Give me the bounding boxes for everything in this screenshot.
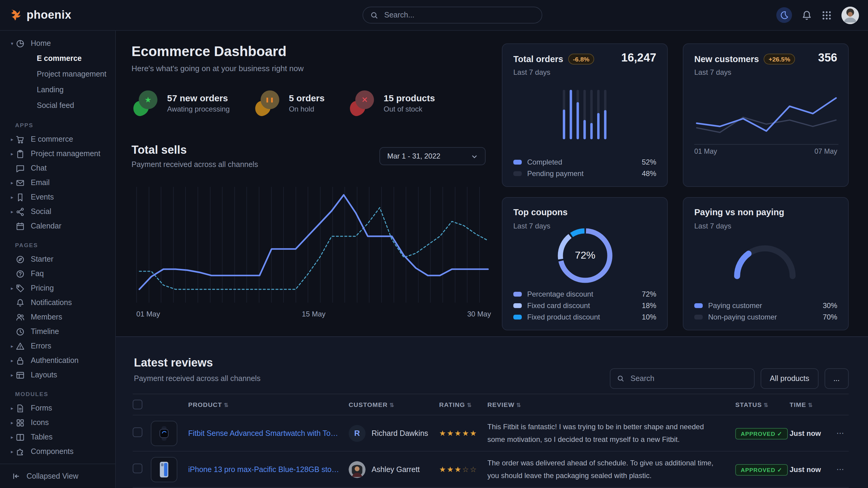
- status-badge: APPROVED ✓: [735, 428, 788, 439]
- caret-icon: ▸: [8, 286, 16, 291]
- reviews-search-input[interactable]: [629, 374, 748, 383]
- sidebar: ▾HomeE commerceProject managementLanding…: [0, 30, 116, 488]
- legend-label: Fixed product discount: [527, 313, 600, 321]
- sidebar-item-layouts[interactable]: ▸Layouts: [0, 368, 115, 382]
- customers-line-chart: [694, 89, 838, 145]
- sidebar-subitem-project-management[interactable]: Project management: [0, 66, 115, 82]
- sidebar-item-label: Faq: [31, 269, 44, 278]
- sidebar-item-home[interactable]: ▾Home: [0, 36, 115, 51]
- x-tick: 30 May: [467, 310, 491, 318]
- sidebar-item-label: Chat: [31, 164, 47, 172]
- trend-badge: +26.5%: [764, 54, 795, 65]
- column-header-review[interactable]: REVIEW⇅: [487, 401, 735, 408]
- brand[interactable]: phoenix: [0, 8, 71, 22]
- column-header-time[interactable]: TIME⇅: [789, 401, 832, 408]
- phoenix-logo-icon: [9, 8, 22, 22]
- sidebar-item-label: Layouts: [31, 371, 57, 379]
- reviews-search[interactable]: [610, 368, 755, 389]
- caret-icon: ▸: [8, 151, 16, 157]
- mail-icon: [16, 178, 25, 188]
- apps-menu-button[interactable]: [822, 10, 832, 20]
- chevron-down-icon: [471, 153, 478, 159]
- legend-value: 18%: [642, 301, 656, 310]
- cross-badge-icon: ✕: [350, 90, 374, 116]
- sidebar-item-tables[interactable]: ▸Tables: [0, 430, 115, 444]
- reviews-more-button[interactable]: ...: [824, 368, 849, 389]
- all-products-button[interactable]: All products: [761, 368, 818, 389]
- sidebar-item-e-commerce[interactable]: ▸E commerce: [0, 132, 115, 147]
- user-avatar[interactable]: [841, 6, 859, 24]
- theme-toggle-button[interactable]: [776, 7, 792, 23]
- sidebar-item-label: Tables: [31, 433, 53, 441]
- sidebar-item-timeline[interactable]: Timeline: [0, 324, 115, 339]
- sidebar-item-authentication[interactable]: ▸Authentication: [0, 353, 115, 368]
- column-header-product[interactable]: PRODUCT⇅: [188, 401, 349, 408]
- sidebar-item-calendar[interactable]: Calendar: [0, 219, 115, 233]
- row-menu-button[interactable]: ⋯: [832, 465, 849, 474]
- sidebar-item-pricing[interactable]: ▸Pricing: [0, 281, 115, 295]
- chat-icon: [16, 163, 25, 173]
- notifications-button[interactable]: [802, 10, 812, 20]
- sidebar-item-members[interactable]: Members: [0, 310, 115, 324]
- top-coupons-card: Top coupons Last 7 days 72% Percentage d…: [502, 197, 668, 330]
- product-link[interactable]: Fitbit Sense Advanced Smartwatch with To…: [188, 429, 349, 437]
- product-thumbnail[interactable]: [151, 421, 177, 446]
- legend-swatch: [513, 171, 522, 176]
- sidebar-item-icons[interactable]: ▸Icons: [0, 415, 115, 430]
- column-header-status[interactable]: STATUS⇅: [735, 401, 789, 408]
- search-icon: [370, 11, 378, 19]
- sidebar-item-chat[interactable]: Chat: [0, 161, 115, 175]
- reviews-table: PRODUCT⇅CUSTOMER⇅RATING⇅REVIEW⇅STATUS⇅TI…: [133, 394, 849, 488]
- row-checkbox[interactable]: [133, 427, 142, 437]
- x-tick: 01 May: [694, 148, 717, 155]
- share-icon: [16, 207, 25, 217]
- clipboard-icon: [16, 149, 25, 159]
- sidebar-item-project-management[interactable]: ▸Project management: [0, 147, 115, 161]
- collapse-sidebar-button[interactable]: Collapsed View: [0, 464, 115, 488]
- sidebar-item-label: Email: [31, 178, 50, 187]
- sidebar-item-starter[interactable]: Starter: [0, 252, 115, 266]
- customer-name: Ashley Garrett: [372, 465, 420, 474]
- global-search-input[interactable]: [383, 10, 534, 20]
- product-thumbnail[interactable]: [151, 457, 177, 482]
- customer-avatar[interactable]: [349, 461, 366, 478]
- sort-icon: ⇅: [808, 402, 813, 408]
- sidebar-item-social[interactable]: ▸Social: [0, 204, 115, 219]
- sidebar-item-label: E commerce: [31, 135, 73, 143]
- legend-value: 30%: [823, 301, 837, 310]
- moon-icon: [780, 11, 788, 19]
- sidebar-item-components[interactable]: ▸Components: [0, 444, 115, 459]
- card-value: 356: [818, 51, 837, 65]
- rating-stars: ★★★★★: [439, 429, 487, 438]
- total-sells-title: Total sells: [131, 143, 187, 157]
- sidebar-item-errors[interactable]: ▸Errors: [0, 339, 115, 353]
- stat-value: 5 orders: [289, 93, 324, 103]
- card-period: Last 7 days: [513, 68, 550, 76]
- bookmark-icon: [16, 192, 25, 202]
- select-all-checkbox[interactable]: [133, 400, 142, 409]
- sidebar-item-forms[interactable]: ▸Forms: [0, 401, 115, 415]
- stat-item: ✕15 productsOut of stock: [350, 90, 435, 116]
- sidebar-item-notifications[interactable]: Notifications: [0, 295, 115, 310]
- paying-card: Paying vs non paying Last 7 days Paying …: [683, 197, 849, 330]
- row-menu-button[interactable]: ⋯: [832, 429, 849, 438]
- new-customers-card: New customers +26.5% 356 Last 7 days 01 …: [683, 43, 849, 187]
- sidebar-item-email[interactable]: ▸Email: [0, 175, 115, 190]
- customer-avatar[interactable]: R: [349, 425, 366, 442]
- top-navbar: phoenix: [0, 0, 868, 31]
- row-checkbox[interactable]: [133, 463, 142, 473]
- column-header-customer[interactable]: CUSTOMER⇅: [349, 401, 439, 408]
- customer-cell: Ashley Garrett: [349, 461, 439, 478]
- sidebar-subitem-e-commerce[interactable]: E commerce: [0, 51, 115, 66]
- sidebar-item-events[interactable]: ▸Events: [0, 190, 115, 204]
- date-range-select[interactable]: Mar 1 - 31, 2022: [379, 147, 486, 165]
- product-link[interactable]: iPhone 13 pro max-Pacific Blue-128GB sto…: [188, 465, 349, 474]
- sidebar-item-faq[interactable]: Faq: [0, 266, 115, 281]
- page-title: Ecommerce Dashboard: [131, 43, 286, 60]
- legend-swatch: [513, 314, 522, 319]
- card-period: Last 7 days: [694, 222, 732, 230]
- sidebar-subitem-landing[interactable]: Landing: [0, 82, 115, 98]
- column-header-rating[interactable]: RATING⇅: [439, 401, 487, 408]
- global-search[interactable]: [363, 7, 542, 24]
- sidebar-subitem-social-feed[interactable]: Social feed: [0, 98, 115, 113]
